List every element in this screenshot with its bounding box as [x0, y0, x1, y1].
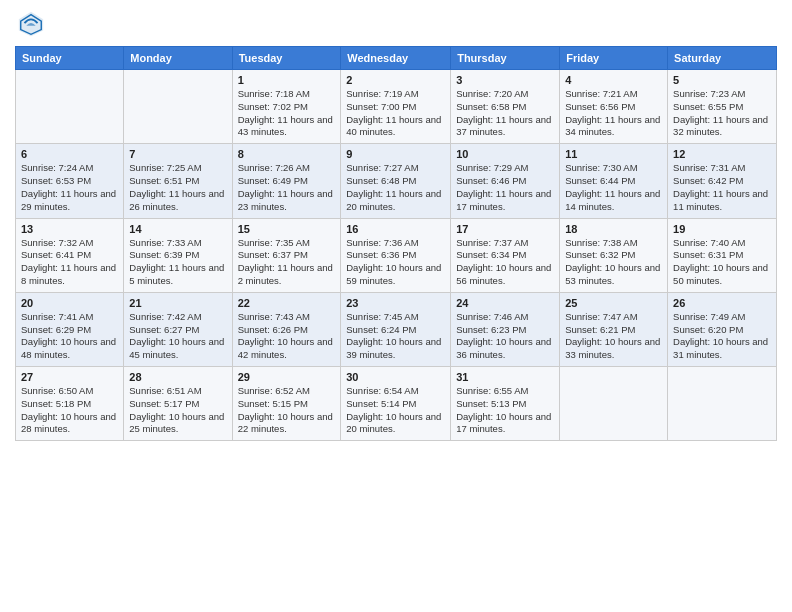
day-info: Sunrise: 7:36 AM Sunset: 6:36 PM Dayligh…	[346, 237, 445, 288]
day-number: 25	[565, 297, 662, 309]
day-info: Sunrise: 7:18 AM Sunset: 7:02 PM Dayligh…	[238, 88, 336, 139]
calendar-cell: 4Sunrise: 7:21 AM Sunset: 6:56 PM Daylig…	[560, 70, 668, 144]
day-number: 16	[346, 223, 445, 235]
day-info: Sunrise: 7:26 AM Sunset: 6:49 PM Dayligh…	[238, 162, 336, 213]
calendar-week-3: 13Sunrise: 7:32 AM Sunset: 6:41 PM Dayli…	[16, 218, 777, 292]
calendar-cell: 17Sunrise: 7:37 AM Sunset: 6:34 PM Dayli…	[451, 218, 560, 292]
day-info: Sunrise: 7:27 AM Sunset: 6:48 PM Dayligh…	[346, 162, 445, 213]
calendar-week-4: 20Sunrise: 7:41 AM Sunset: 6:29 PM Dayli…	[16, 292, 777, 366]
calendar-cell: 30Sunrise: 6:54 AM Sunset: 5:14 PM Dayli…	[341, 367, 451, 441]
calendar-cell: 31Sunrise: 6:55 AM Sunset: 5:13 PM Dayli…	[451, 367, 560, 441]
day-number: 29	[238, 371, 336, 383]
calendar-cell: 7Sunrise: 7:25 AM Sunset: 6:51 PM Daylig…	[124, 144, 232, 218]
day-number: 31	[456, 371, 554, 383]
calendar-cell: 28Sunrise: 6:51 AM Sunset: 5:17 PM Dayli…	[124, 367, 232, 441]
day-number: 17	[456, 223, 554, 235]
day-number: 18	[565, 223, 662, 235]
day-number: 27	[21, 371, 118, 383]
day-info: Sunrise: 7:20 AM Sunset: 6:58 PM Dayligh…	[456, 88, 554, 139]
calendar-cell: 29Sunrise: 6:52 AM Sunset: 5:15 PM Dayli…	[232, 367, 341, 441]
weekday-header-thursday: Thursday	[451, 47, 560, 70]
logo	[15, 10, 45, 38]
day-number: 11	[565, 148, 662, 160]
weekday-header-saturday: Saturday	[668, 47, 777, 70]
header	[15, 10, 777, 38]
day-number: 9	[346, 148, 445, 160]
calendar-cell: 15Sunrise: 7:35 AM Sunset: 6:37 PM Dayli…	[232, 218, 341, 292]
calendar-table: SundayMondayTuesdayWednesdayThursdayFrid…	[15, 46, 777, 441]
day-info: Sunrise: 7:40 AM Sunset: 6:31 PM Dayligh…	[673, 237, 771, 288]
calendar-cell: 20Sunrise: 7:41 AM Sunset: 6:29 PM Dayli…	[16, 292, 124, 366]
day-info: Sunrise: 6:55 AM Sunset: 5:13 PM Dayligh…	[456, 385, 554, 436]
day-info: Sunrise: 7:38 AM Sunset: 6:32 PM Dayligh…	[565, 237, 662, 288]
day-number: 23	[346, 297, 445, 309]
day-info: Sunrise: 7:41 AM Sunset: 6:29 PM Dayligh…	[21, 311, 118, 362]
day-number: 1	[238, 74, 336, 86]
calendar-cell: 8Sunrise: 7:26 AM Sunset: 6:49 PM Daylig…	[232, 144, 341, 218]
calendar-cell: 25Sunrise: 7:47 AM Sunset: 6:21 PM Dayli…	[560, 292, 668, 366]
day-number: 12	[673, 148, 771, 160]
calendar-cell: 2Sunrise: 7:19 AM Sunset: 7:00 PM Daylig…	[341, 70, 451, 144]
day-number: 24	[456, 297, 554, 309]
day-info: Sunrise: 7:43 AM Sunset: 6:26 PM Dayligh…	[238, 311, 336, 362]
calendar-cell: 6Sunrise: 7:24 AM Sunset: 6:53 PM Daylig…	[16, 144, 124, 218]
logo-icon	[17, 10, 45, 38]
day-number: 21	[129, 297, 226, 309]
day-info: Sunrise: 7:29 AM Sunset: 6:46 PM Dayligh…	[456, 162, 554, 213]
calendar-cell: 23Sunrise: 7:45 AM Sunset: 6:24 PM Dayli…	[341, 292, 451, 366]
calendar-cell: 26Sunrise: 7:49 AM Sunset: 6:20 PM Dayli…	[668, 292, 777, 366]
day-info: Sunrise: 6:52 AM Sunset: 5:15 PM Dayligh…	[238, 385, 336, 436]
calendar-week-5: 27Sunrise: 6:50 AM Sunset: 5:18 PM Dayli…	[16, 367, 777, 441]
day-number: 20	[21, 297, 118, 309]
calendar-cell	[124, 70, 232, 144]
calendar-cell: 18Sunrise: 7:38 AM Sunset: 6:32 PM Dayli…	[560, 218, 668, 292]
day-info: Sunrise: 7:31 AM Sunset: 6:42 PM Dayligh…	[673, 162, 771, 213]
calendar-cell	[668, 367, 777, 441]
day-number: 6	[21, 148, 118, 160]
day-number: 5	[673, 74, 771, 86]
calendar-cell: 11Sunrise: 7:30 AM Sunset: 6:44 PM Dayli…	[560, 144, 668, 218]
calendar-cell	[16, 70, 124, 144]
calendar-cell: 10Sunrise: 7:29 AM Sunset: 6:46 PM Dayli…	[451, 144, 560, 218]
calendar-cell: 24Sunrise: 7:46 AM Sunset: 6:23 PM Dayli…	[451, 292, 560, 366]
calendar-week-2: 6Sunrise: 7:24 AM Sunset: 6:53 PM Daylig…	[16, 144, 777, 218]
day-number: 28	[129, 371, 226, 383]
day-number: 8	[238, 148, 336, 160]
day-info: Sunrise: 7:35 AM Sunset: 6:37 PM Dayligh…	[238, 237, 336, 288]
calendar-cell: 5Sunrise: 7:23 AM Sunset: 6:55 PM Daylig…	[668, 70, 777, 144]
calendar-week-1: 1Sunrise: 7:18 AM Sunset: 7:02 PM Daylig…	[16, 70, 777, 144]
calendar-cell: 21Sunrise: 7:42 AM Sunset: 6:27 PM Dayli…	[124, 292, 232, 366]
calendar-cell: 3Sunrise: 7:20 AM Sunset: 6:58 PM Daylig…	[451, 70, 560, 144]
day-number: 7	[129, 148, 226, 160]
calendar-cell: 12Sunrise: 7:31 AM Sunset: 6:42 PM Dayli…	[668, 144, 777, 218]
day-number: 2	[346, 74, 445, 86]
calendar-cell: 27Sunrise: 6:50 AM Sunset: 5:18 PM Dayli…	[16, 367, 124, 441]
day-info: Sunrise: 7:30 AM Sunset: 6:44 PM Dayligh…	[565, 162, 662, 213]
day-info: Sunrise: 6:51 AM Sunset: 5:17 PM Dayligh…	[129, 385, 226, 436]
day-info: Sunrise: 7:23 AM Sunset: 6:55 PM Dayligh…	[673, 88, 771, 139]
day-info: Sunrise: 7:32 AM Sunset: 6:41 PM Dayligh…	[21, 237, 118, 288]
calendar-body: 1Sunrise: 7:18 AM Sunset: 7:02 PM Daylig…	[16, 70, 777, 441]
calendar-cell: 9Sunrise: 7:27 AM Sunset: 6:48 PM Daylig…	[341, 144, 451, 218]
calendar-cell: 22Sunrise: 7:43 AM Sunset: 6:26 PM Dayli…	[232, 292, 341, 366]
calendar-header: SundayMondayTuesdayWednesdayThursdayFrid…	[16, 47, 777, 70]
weekday-header-tuesday: Tuesday	[232, 47, 341, 70]
day-number: 22	[238, 297, 336, 309]
weekday-header-friday: Friday	[560, 47, 668, 70]
weekday-header-row: SundayMondayTuesdayWednesdayThursdayFrid…	[16, 47, 777, 70]
day-info: Sunrise: 7:46 AM Sunset: 6:23 PM Dayligh…	[456, 311, 554, 362]
calendar-cell: 14Sunrise: 7:33 AM Sunset: 6:39 PM Dayli…	[124, 218, 232, 292]
day-info: Sunrise: 6:50 AM Sunset: 5:18 PM Dayligh…	[21, 385, 118, 436]
day-info: Sunrise: 7:49 AM Sunset: 6:20 PM Dayligh…	[673, 311, 771, 362]
day-number: 14	[129, 223, 226, 235]
day-info: Sunrise: 7:24 AM Sunset: 6:53 PM Dayligh…	[21, 162, 118, 213]
day-info: Sunrise: 6:54 AM Sunset: 5:14 PM Dayligh…	[346, 385, 445, 436]
calendar-cell: 1Sunrise: 7:18 AM Sunset: 7:02 PM Daylig…	[232, 70, 341, 144]
weekday-header-sunday: Sunday	[16, 47, 124, 70]
calendar-cell	[560, 367, 668, 441]
day-number: 15	[238, 223, 336, 235]
day-number: 13	[21, 223, 118, 235]
day-number: 10	[456, 148, 554, 160]
day-number: 19	[673, 223, 771, 235]
calendar-cell: 16Sunrise: 7:36 AM Sunset: 6:36 PM Dayli…	[341, 218, 451, 292]
